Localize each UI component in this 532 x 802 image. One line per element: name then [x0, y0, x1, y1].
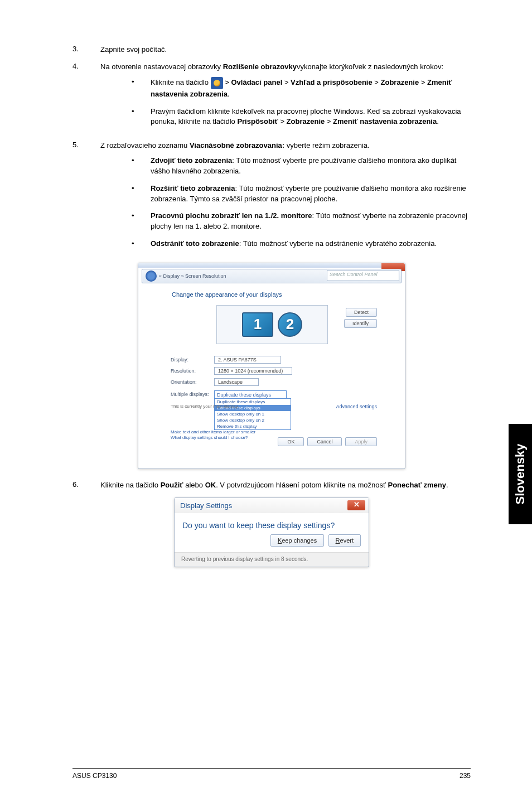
orientation-label: Orientation: [171, 379, 214, 385]
start-icon [211, 77, 223, 89]
close-icon[interactable]: ✕ [347, 500, 365, 510]
apply-button[interactable]: Apply [345, 437, 377, 446]
dropdown-option[interactable]: Remove this display [215, 423, 291, 429]
monitor-1[interactable]: 1 [242, 312, 273, 337]
multiple-displays-dropdown[interactable]: Duplicate these displays Extend these di… [214, 398, 291, 430]
detect-button[interactable]: Detect [346, 308, 377, 317]
display-label: Display: [171, 357, 214, 363]
what-settings-link[interactable]: What display settings should I choose? [171, 435, 248, 440]
bullet: • [128, 107, 151, 128]
step-number: 4. [72, 62, 100, 134]
search-input[interactable]: Search Control Panel [327, 270, 399, 281]
page-title: Change the appearance of your displays [172, 291, 282, 298]
step-text: Na otvorenie nastavovacej obrazovky Rozl… [100, 62, 471, 134]
main-display-note: This is currently your main display. [171, 404, 239, 409]
dialog-footer: Reverting to previous display settings i… [175, 552, 369, 567]
step-text: Kliknite na tlačidlo Použiť alebo OK. V … [100, 480, 471, 491]
screen-resolution-window: « Display » Screen Resolution Search Con… [138, 263, 405, 469]
step-number: 3. [72, 45, 100, 55]
resolution-select[interactable]: 1280 × 1024 (recommended) [214, 367, 292, 375]
keep-changes-button[interactable]: Keep changes [270, 534, 324, 547]
step-text: Zapnite svoj počítač. [100, 45, 471, 55]
footer-product: ASUS CP3130 [72, 772, 117, 780]
monitor-preview[interactable]: 1 2 [216, 305, 328, 344]
cancel-button[interactable]: Cancel [307, 437, 342, 446]
display-select[interactable]: 2. ASUS PA677S [214, 356, 281, 364]
revert-button[interactable]: Revert [328, 534, 361, 547]
identify-button[interactable]: Identify [344, 319, 377, 328]
dialog-title: Display Settings [180, 501, 232, 510]
ok-button[interactable]: OK [278, 437, 304, 446]
dropdown-option[interactable]: Show desktop only on 2 [215, 417, 291, 423]
multiple-displays-label: Multiple displays: [171, 392, 214, 397]
footer-page: 235 [460, 772, 471, 780]
dropdown-option[interactable]: Show desktop only on 1 [215, 411, 291, 417]
language-tab: Slovensky [509, 424, 532, 524]
resolution-label: Resolution: [171, 368, 214, 374]
display-settings-dialog: Display Settings ✕ Do you want to keep t… [174, 497, 369, 567]
monitor-2[interactable]: 2 [278, 312, 302, 337]
step-number: 6. [72, 480, 100, 491]
step-number: 5. [72, 141, 100, 256]
bullet: • [128, 77, 151, 100]
text-size-link[interactable]: Make text and other items larger or smal… [171, 429, 255, 434]
advanced-settings-link[interactable]: Advanced settings [336, 404, 377, 409]
back-icon[interactable] [146, 270, 157, 282]
orientation-select[interactable]: Landscape [214, 378, 259, 386]
step-text: Z rozbaľovacieho zoznamu Viacnásobné zob… [100, 141, 471, 256]
